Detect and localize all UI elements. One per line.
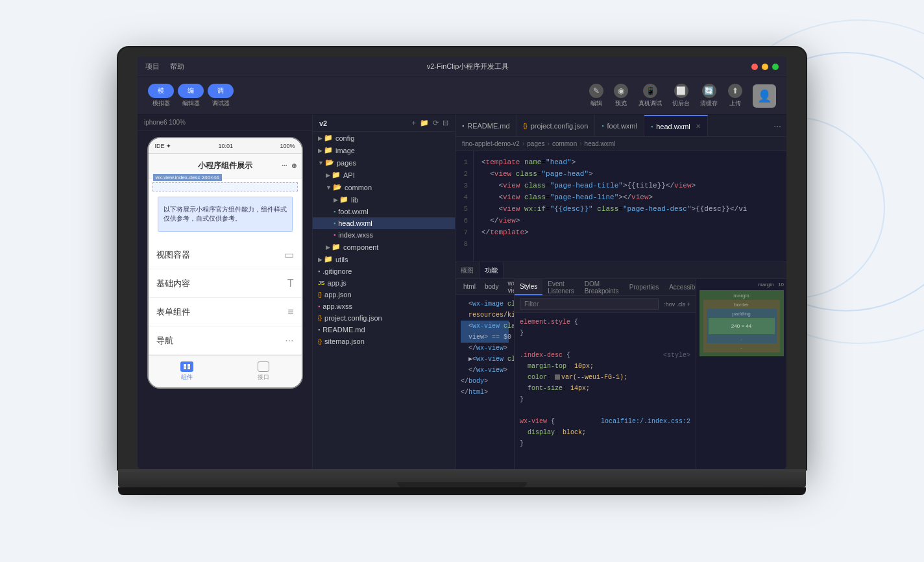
main-content: iphone6 100% IDE ✦ 10:01 100%	[138, 115, 786, 469]
file-item-utils[interactable]: ▶📁 utils	[313, 253, 455, 265]
bottom-nav-components[interactable]: 组件	[149, 361, 225, 382]
nav-item-3[interactable]: 导航 ···	[149, 326, 302, 355]
code-line-7: </template>	[481, 226, 779, 238]
file-item-api[interactable]: ▶📁 API	[313, 169, 455, 181]
svg-rect-3	[188, 367, 190, 369]
maximize-button[interactable]	[772, 64, 779, 70]
file-item-config[interactable]: ▶📁 config	[313, 132, 455, 144]
file-item-lib[interactable]: ▶📁 lib	[313, 193, 455, 206]
tab-more-button[interactable]: ···	[768, 115, 786, 136]
action-background[interactable]: ⬜ 切后台	[672, 84, 690, 108]
phone-action-close[interactable]: ⊕	[291, 162, 297, 169]
box-border-bottom: -	[705, 345, 778, 350]
file-item-head-wxml[interactable]: ▪ head.wxml	[313, 217, 455, 229]
code-content[interactable]: 123 456 78 <template name="head"> <view …	[456, 151, 786, 262]
editor-button-group: 编 编辑器	[178, 84, 204, 108]
code-lines: <template name="head"> <view class="page…	[474, 151, 786, 262]
phone-action-more[interactable]: ···	[282, 162, 287, 169]
file-item-appjs[interactable]: JS app.js	[313, 277, 455, 289]
phone-bottom-nav: 组件 接口	[149, 355, 302, 387]
tab-readme[interactable]: ▪ README.md	[456, 115, 517, 136]
html-line-9: </html>	[461, 387, 509, 398]
styles-tab-event-listeners[interactable]: Event Listeners	[542, 279, 579, 295]
phone-panel-header: iphone6 100%	[138, 115, 312, 130]
styles-tab-styles[interactable]: Styles	[515, 279, 542, 295]
css-content: element.style { } .index-desc { <style>	[515, 313, 696, 469]
devtools-tab-elements[interactable]: 概图	[456, 262, 480, 278]
clear-cache-icon: 🔄	[702, 84, 716, 98]
html-line-3: <wx-view class="index-desc">以下将展示小程序官方组件…	[461, 321, 509, 332]
element-selector: html body wx-view.index wx-view.index-hd…	[456, 279, 514, 295]
code-line-4: <view class="page-head-line"></view>	[481, 191, 779, 203]
action-upload[interactable]: ⬆ 上传	[728, 84, 742, 108]
file-item-sitemap[interactable]: {} sitemap.json	[313, 336, 455, 347]
file-refresh-icon[interactable]: ⟳	[433, 119, 439, 127]
file-tree-panel: v2 + 📁 ⟳ ⊟ ▶📁 config	[313, 115, 456, 469]
file-item-appwxss[interactable]: ▪ app.wxss	[313, 300, 455, 312]
file-item-project-config[interactable]: {} project.config.json	[313, 312, 455, 324]
preview-icon: ◉	[614, 84, 628, 98]
styles-tab-properties[interactable]: Properties	[624, 279, 664, 295]
tab-close-icon[interactable]: ✕	[696, 123, 701, 130]
styles-tab-bar: Styles Event Listeners DOM Breakpoints P…	[515, 279, 696, 296]
close-button[interactable]	[751, 64, 758, 70]
action-device-debug[interactable]: 📱 真机调试	[638, 84, 662, 108]
nav-icon-1: T	[287, 278, 294, 289]
file-item-pages[interactable]: ▼📂 pages	[313, 156, 455, 169]
file-folder-icon[interactable]: 📁	[420, 119, 429, 127]
phone-status-left: IDE ✦	[155, 143, 172, 149]
styles-tab-dom-breakpoints[interactable]: DOM Breakpoints	[579, 279, 624, 295]
file-item-index-wxss[interactable]: ▪ index.wxss	[313, 229, 455, 241]
bottom-nav-api-icon	[258, 361, 269, 372]
html-line-1: <wx-image class="index-logo" src="../res…	[461, 299, 509, 310]
devtools-tab-console[interactable]: 功能	[480, 262, 504, 278]
nav-item-2[interactable]: 表单组件 ≡	[149, 298, 302, 326]
file-new-icon[interactable]: +	[412, 119, 416, 127]
file-item-foot-wxml[interactable]: ▪ foot.wxml	[313, 206, 455, 217]
nav-title-2: 表单组件	[156, 306, 190, 318]
element-body[interactable]: body	[482, 282, 502, 291]
css-rule-wx-view: wx-view { localfile:/.index.css:2 displa…	[520, 416, 690, 449]
file-item-common[interactable]: ▼📂 common	[313, 181, 455, 193]
menu-help[interactable]: 帮助	[170, 62, 184, 71]
menu-project[interactable]: 项目	[145, 62, 160, 71]
window-title: v2-FinClip小程序开发工具	[427, 62, 509, 71]
code-line-1: <template name="head">	[481, 156, 779, 168]
file-item-appjson[interactable]: {} app.json	[313, 289, 455, 300]
file-item-readme[interactable]: ▪ README.md	[313, 324, 455, 336]
nav-item-1[interactable]: 基础内容 T	[149, 269, 302, 298]
laptop: 项目 帮助 v2-FinClip小程序开发工具 模	[118, 47, 806, 515]
preview-label: 预览	[615, 99, 627, 108]
debugger-button[interactable]: 调	[208, 84, 234, 98]
action-edit[interactable]: ✎ 编辑	[589, 84, 603, 108]
laptop-foot	[118, 487, 806, 495]
phone-status-right: 100%	[280, 143, 295, 149]
element-html[interactable]: html	[461, 282, 478, 291]
file-item-component[interactable]: ▶📁 component	[313, 241, 455, 253]
box-padding: padding 240 × 44 -	[707, 309, 777, 343]
editor-button[interactable]: 编	[178, 84, 204, 98]
tab-foot-wxml[interactable]: ▪ foot.wxml	[595, 115, 644, 136]
user-avatar[interactable]: 👤	[753, 84, 776, 108]
styles-tab-accessibility[interactable]: Accessibility	[664, 279, 696, 295]
css-toolbar: :hov .cls +	[515, 296, 696, 313]
toolbar-actions: ✎ 编辑 ◉ 预览 📱 真机调试 ⬜ 切后台	[589, 84, 776, 108]
line-numbers: 123 456 78	[456, 151, 474, 262]
css-filter-input[interactable]	[520, 299, 659, 310]
minimize-button[interactable]	[762, 64, 768, 70]
bottom-nav-api[interactable]: 接口	[225, 361, 302, 382]
file-collapse-icon[interactable]: ⊟	[443, 119, 448, 127]
action-preview[interactable]: ◉ 预览	[614, 84, 628, 108]
clear-cache-label: 清缓存	[700, 99, 718, 108]
devtools-tabs: 概图 功能	[456, 262, 786, 279]
file-item-image[interactable]: ▶📁 image	[313, 144, 455, 156]
nav-item-0[interactable]: 视图容器 ▭	[149, 241, 302, 269]
tab-head-wxml[interactable]: ▪ head.wxml ✕	[644, 115, 708, 136]
tab-project-config[interactable]: {} project.config.json	[517, 115, 596, 136]
simulator-button[interactable]: 模	[148, 84, 174, 98]
file-item-gitignore[interactable]: ▪ .gitignore	[313, 265, 455, 277]
css-rule-index-desc: .index-desc { <style> margin-top: 10px; …	[520, 350, 690, 405]
devtools-panel: 概图 功能 html body wx-v	[456, 262, 786, 469]
element-wx-view-index[interactable]: wx-view.index	[505, 279, 514, 295]
action-clear-cache[interactable]: 🔄 清缓存	[700, 84, 718, 108]
